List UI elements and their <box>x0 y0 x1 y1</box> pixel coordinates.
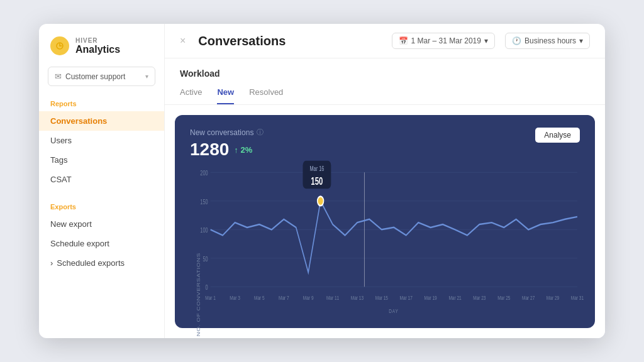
svg-text:Mar 1: Mar 1 <box>205 294 216 302</box>
workload-tabs: Active New Resolved <box>165 79 605 105</box>
analyse-button[interactable]: Analyse <box>535 128 580 143</box>
chart-card: New conversations ⓘ 1280 ↑ 2% Analyse <box>175 115 595 328</box>
page-title: Conversations <box>198 34 381 48</box>
svg-text:Mar 29: Mar 29 <box>547 294 560 302</box>
svg-text:Mar 31: Mar 31 <box>571 294 584 302</box>
chevron-down-icon: ▾ <box>484 36 488 45</box>
date-range-selector[interactable]: 📅 1 Mar – 31 Mar 2019 ▾ <box>392 33 495 49</box>
svg-text:Mar 5: Mar 5 <box>254 294 265 302</box>
line-chart: 200 150 100 50 0 Mar 1 Mar 3 <box>190 165 580 319</box>
inbox-icon: ✉ <box>55 72 62 81</box>
chart-info: New conversations ⓘ 1280 ↑ 2% <box>190 128 264 160</box>
svg-text:0: 0 <box>205 283 208 292</box>
svg-text:Mar 13: Mar 13 <box>351 294 364 302</box>
sidebar-item-users[interactable]: Users <box>39 131 164 150</box>
main-content: × Conversations 📅 1 Mar – 31 Mar 2019 ▾ … <box>165 24 605 338</box>
svg-text:Mar 11: Mar 11 <box>326 294 340 302</box>
svg-text:200: 200 <box>200 169 208 177</box>
sidebar-item-schedule-export[interactable]: Schedule export <box>39 234 164 253</box>
close-button[interactable]: × <box>180 35 186 47</box>
svg-text:Mar 25: Mar 25 <box>497 294 511 302</box>
chart-header: New conversations ⓘ 1280 ↑ 2% Analyse <box>190 128 580 160</box>
reports-section-label: Reports <box>39 100 164 107</box>
chart-change: ↑ 2% <box>234 145 252 155</box>
tab-active[interactable]: Active <box>180 84 202 104</box>
date-range-label: 1 Mar – 31 Mar 2019 <box>411 36 481 45</box>
sidebar-item-conversations[interactable]: Conversations <box>39 111 164 131</box>
svg-text:150: 150 <box>311 175 323 187</box>
svg-text:DAY: DAY <box>389 307 398 315</box>
sidebar-item-csat[interactable]: CSAT <box>39 170 164 189</box>
chevron-down-icon: ▾ <box>579 36 583 45</box>
svg-text:Mar 7: Mar 7 <box>279 294 289 302</box>
svg-text:Mar 19: Mar 19 <box>424 294 437 302</box>
sidebar-item-new-export[interactable]: New export <box>39 214 164 234</box>
sidebar-brand: HIVER Analytics <box>75 37 120 55</box>
exports-section: Exports New export Schedule export › Sch… <box>39 200 164 273</box>
app-window: HIVER Analytics ✉ Customer support ▾ Rep… <box>39 24 605 338</box>
app-logo <box>50 36 69 55</box>
chart-container: New conversations ⓘ 1280 ↑ 2% Analyse <box>165 105 605 338</box>
clock-icon: 🕐 <box>512 36 521 45</box>
svg-text:Mar 17: Mar 17 <box>400 294 413 302</box>
inbox-name: Customer support <box>65 72 142 81</box>
app-name: Analytics <box>75 44 120 55</box>
svg-text:50: 50 <box>203 255 208 263</box>
svg-text:Mar 21: Mar 21 <box>448 294 462 302</box>
brand-name: HIVER <box>75 37 120 44</box>
svg-text:Mar 3: Mar 3 <box>230 294 240 302</box>
tab-resolved[interactable]: Resolved <box>249 84 283 104</box>
hours-label: Business hours <box>525 36 576 45</box>
hours-selector[interactable]: 🕐 Business hours ▾ <box>505 33 590 49</box>
svg-text:Mar 15: Mar 15 <box>375 294 389 302</box>
chart-svg-wrapper: 200 150 100 50 0 Mar 1 Mar 3 <box>190 165 580 319</box>
svg-text:Mar 9: Mar 9 <box>303 294 314 302</box>
topbar: × Conversations 📅 1 Mar – 31 Mar 2019 ▾ … <box>165 24 605 58</box>
calendar-icon: 📅 <box>399 36 408 45</box>
svg-text:100: 100 <box>200 226 208 234</box>
svg-text:Mar 16: Mar 16 <box>310 164 325 172</box>
svg-text:Mar 23: Mar 23 <box>473 294 486 302</box>
workload-header: Workload <box>165 58 605 79</box>
svg-text:NO. OF CONVERSATIONS: NO. OF CONVERSATIONS <box>196 253 201 336</box>
chevron-down-icon: ▾ <box>145 73 148 80</box>
sidebar-item-tags[interactable]: Tags <box>39 150 164 170</box>
sidebar-header: HIVER Analytics <box>39 36 164 67</box>
svg-text:150: 150 <box>200 197 208 206</box>
info-icon[interactable]: ⓘ <box>257 128 264 137</box>
svg-text:Mar 27: Mar 27 <box>522 294 535 302</box>
chart-label: New conversations ⓘ <box>190 128 264 137</box>
chart-value-row: 1280 ↑ 2% <box>190 140 264 160</box>
sidebar: HIVER Analytics ✉ Customer support ▾ Rep… <box>39 24 165 338</box>
sidebar-item-scheduled-exports[interactable]: › Scheduled exports <box>39 253 164 273</box>
inbox-selector[interactable]: ✉ Customer support ▾ <box>48 67 155 86</box>
chart-value: 1280 <box>190 140 229 160</box>
exports-section-label: Exports <box>39 203 164 211</box>
tab-new[interactable]: New <box>217 84 234 104</box>
chevron-right-icon: › <box>50 258 53 268</box>
svg-point-15 <box>318 196 324 206</box>
